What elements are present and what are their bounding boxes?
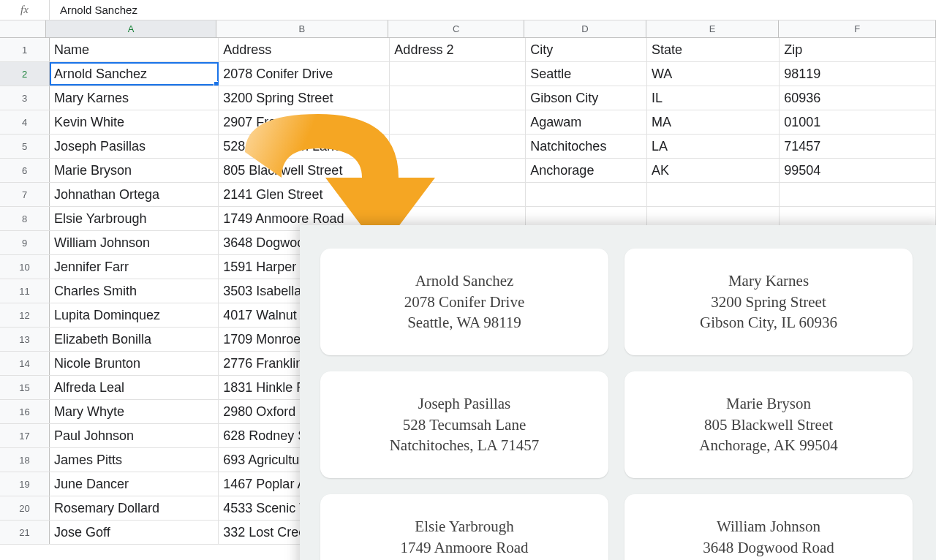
cell-name[interactable]: Elsie Yarbrough xyxy=(50,207,219,230)
cell-address[interactable]: 2078 Conifer Drive xyxy=(219,62,390,86)
row-header[interactable]: 18 xyxy=(0,448,50,472)
cell-address2[interactable]: Address 2 xyxy=(390,38,526,61)
cell-city[interactable]: Natchitoches xyxy=(526,135,647,158)
cell-city[interactable]: City xyxy=(526,38,647,61)
cell-address[interactable]: 2907 Frank Avenue xyxy=(219,110,390,134)
row-header[interactable]: 6 xyxy=(0,159,50,182)
row-header[interactable]: 17 xyxy=(0,424,50,447)
formula-bar: fx Arnold Sanchez xyxy=(0,0,936,20)
cell-address[interactable]: 528 Tecumsah Lane xyxy=(219,135,390,158)
label-name: Joseph Pasillas xyxy=(418,393,511,414)
row-header[interactable]: 7 xyxy=(0,183,50,206)
cell-state[interactable]: MA xyxy=(647,110,780,134)
column-header-row: A B C D E F xyxy=(0,20,936,38)
cell-name[interactable]: Jose Goff xyxy=(50,521,219,544)
row-header[interactable]: 3 xyxy=(0,86,50,110)
cell-name[interactable]: Name xyxy=(50,38,219,61)
cell-address2[interactable] xyxy=(390,62,526,86)
col-header-a[interactable]: A xyxy=(46,20,216,37)
label-name: William Johnson xyxy=(717,516,820,537)
row-header[interactable]: 20 xyxy=(0,496,50,520)
cell-address2[interactable] xyxy=(390,135,526,158)
row-header[interactable]: 9 xyxy=(0,231,50,254)
cell-name[interactable]: Alfreda Leal xyxy=(50,376,219,399)
fx-icon[interactable]: fx xyxy=(0,0,50,20)
cell-name[interactable]: Elizabeth Bonilla xyxy=(50,328,219,351)
cell-city[interactable]: Anchorage xyxy=(526,159,647,182)
cell-name[interactable]: Mary Karnes xyxy=(50,86,219,110)
row-header[interactable]: 13 xyxy=(0,328,50,351)
row-header[interactable]: 8 xyxy=(0,207,50,230)
label-name: Mary Karnes xyxy=(728,270,809,291)
row-header[interactable]: 11 xyxy=(0,279,50,303)
row-header[interactable]: 5 xyxy=(0,135,50,158)
row-header[interactable]: 16 xyxy=(0,400,50,423)
cell-name[interactable]: Charles Smith xyxy=(50,279,219,303)
label-city: Natchitoches, LA 71457 xyxy=(390,435,540,455)
cell-zip[interactable]: 71457 xyxy=(780,135,936,158)
select-all-corner[interactable] xyxy=(0,20,46,38)
cell-state[interactable]: WA xyxy=(647,62,780,86)
cell-zip[interactable]: 99504 xyxy=(780,159,936,182)
label-name: Arnold Sanchez xyxy=(415,270,514,291)
cell-city[interactable]: Seattle xyxy=(526,62,647,86)
address-label: Elsie Yarbrough1749 Anmoore RoadNew York… xyxy=(320,494,608,560)
row-header[interactable]: 10 xyxy=(0,255,50,279)
cell-city[interactable]: Agawam xyxy=(526,110,647,134)
col-header-d[interactable]: D xyxy=(524,20,646,37)
cell-name[interactable]: June Dancer xyxy=(50,472,219,496)
cell-address2[interactable] xyxy=(390,110,526,134)
cell-city[interactable]: Gibson City xyxy=(526,86,647,110)
cell-address[interactable]: 805 Blackwell Street xyxy=(219,159,390,182)
cell-state[interactable]: IL xyxy=(647,86,780,110)
row-header[interactable]: 15 xyxy=(0,376,50,399)
cell-zip[interactable]: Zip xyxy=(780,38,936,61)
cell-name[interactable]: Johnathan Ortega xyxy=(50,183,219,206)
row-header[interactable]: 4 xyxy=(0,110,50,134)
cell-name[interactable]: Jennifer Farr xyxy=(50,255,219,279)
cell-address[interactable]: 3200 Spring Street xyxy=(219,86,390,110)
cell-city[interactable] xyxy=(526,183,647,206)
cell-address2[interactable] xyxy=(390,159,526,182)
cell-name[interactable]: Nicole Brunton xyxy=(50,352,219,375)
cell-address[interactable]: Address xyxy=(219,38,390,61)
cell-zip[interactable] xyxy=(780,183,936,206)
col-header-f[interactable]: F xyxy=(779,20,936,37)
cell-name[interactable]: Marie Bryson xyxy=(50,159,219,182)
cell-zip[interactable]: 98119 xyxy=(780,62,936,86)
cell-state[interactable]: State xyxy=(647,38,780,61)
cell-name[interactable]: Joseph Pasillas xyxy=(50,135,219,158)
row-header[interactable]: 14 xyxy=(0,352,50,375)
cell-state[interactable] xyxy=(647,183,780,206)
cell-state[interactable]: LA xyxy=(647,135,780,158)
cell-name[interactable]: Arnold Sanchez xyxy=(50,62,219,86)
label-name: Marie Bryson xyxy=(726,393,811,414)
row-header[interactable]: 1 xyxy=(0,38,50,61)
cell-name[interactable]: William Johnson xyxy=(50,231,219,254)
cell-name[interactable]: Rosemary Dollard xyxy=(50,496,219,520)
row-header[interactable]: 19 xyxy=(0,472,50,496)
table-row: 1NameAddressAddress 2CityStateZip xyxy=(0,38,936,62)
cell-address2[interactable] xyxy=(390,183,526,206)
row-header[interactable]: 2 xyxy=(0,62,50,86)
cell-state[interactable]: AK xyxy=(647,159,780,182)
address-label: Joseph Pasillas528 Tecumsah LaneNatchito… xyxy=(320,371,608,478)
label-street: 3648 Dogwood Road xyxy=(703,537,834,558)
label-name: Elsie Yarbrough xyxy=(415,516,513,537)
cell-zip[interactable]: 60936 xyxy=(780,86,936,110)
formula-input[interactable]: Arnold Sanchez xyxy=(50,4,137,16)
cell-address[interactable]: 2141 Glen Street xyxy=(219,183,390,206)
cell-name[interactable]: Mary Whyte xyxy=(50,400,219,423)
cell-name[interactable]: Kevin White xyxy=(50,110,219,134)
cell-zip[interactable]: 01001 xyxy=(780,110,936,134)
col-header-c[interactable]: C xyxy=(388,20,525,37)
cell-name[interactable]: Lupita Dominquez xyxy=(50,303,219,327)
label-street: 3200 Spring Street xyxy=(711,292,826,312)
cell-name[interactable]: James Pitts xyxy=(50,448,219,472)
row-header[interactable]: 21 xyxy=(0,521,50,544)
cell-name[interactable]: Paul Johnson xyxy=(50,424,219,447)
row-header[interactable]: 12 xyxy=(0,303,50,327)
cell-address2[interactable] xyxy=(390,86,526,110)
col-header-e[interactable]: E xyxy=(646,20,780,37)
col-header-b[interactable]: B xyxy=(216,20,388,37)
